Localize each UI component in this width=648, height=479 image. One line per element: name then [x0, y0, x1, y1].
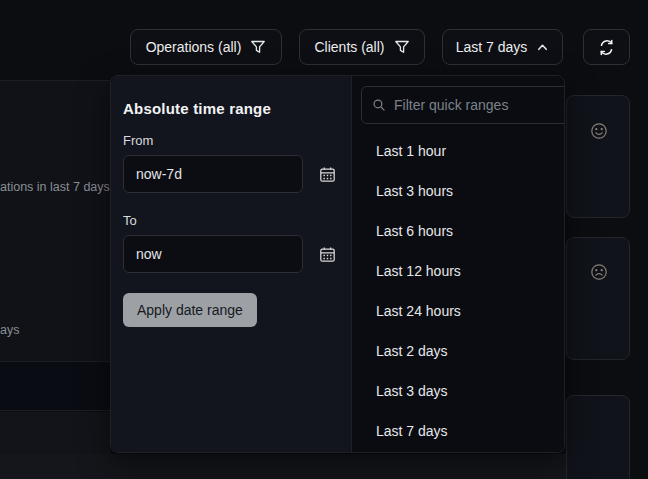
clients-filter-button[interactable]: Clients (all) — [299, 29, 425, 65]
time-range-label: Last 7 days — [456, 39, 528, 55]
background-divider — [0, 80, 110, 81]
calendar-icon — [319, 166, 336, 183]
operations-filter-button[interactable]: Operations (all) — [130, 29, 282, 65]
calendar-icon — [319, 246, 336, 263]
quick-range-search[interactable] — [361, 86, 565, 124]
time-picker-dropdown: Absolute time range From — [110, 75, 565, 453]
background-bottom-row — [0, 454, 566, 479]
background-panel-left — [0, 81, 110, 361]
smiley-face-icon — [590, 122, 608, 140]
absolute-time-range-section: Absolute time range From — [111, 76, 351, 452]
apply-date-range-button[interactable]: Apply date range — [123, 293, 257, 327]
background-row-band — [0, 361, 110, 411]
to-input[interactable] — [123, 235, 303, 273]
quick-range-item[interactable]: Last 12 hours — [361, 251, 565, 291]
quick-range-item[interactable]: Last 24 hours — [361, 291, 565, 331]
background-card-bottom — [566, 395, 630, 479]
quick-range-list: Last 1 hour Last 3 hours Last 6 hours La… — [361, 131, 565, 451]
quick-ranges-section: Last 1 hour Last 3 hours Last 6 hours La… — [351, 76, 565, 452]
background-partial-text-top: ations in last 7 days — [0, 180, 110, 194]
from-label: From — [123, 133, 339, 148]
operations-filter-label: Operations (all) — [146, 39, 242, 55]
quick-range-filter-input[interactable] — [394, 97, 565, 113]
search-icon — [372, 98, 386, 112]
to-label: To — [123, 213, 339, 228]
quick-range-item[interactable]: Last 6 hours — [361, 211, 565, 251]
funnel-icon — [394, 39, 410, 55]
refresh-button[interactable] — [583, 29, 630, 65]
absolute-time-range-title: Absolute time range — [123, 100, 339, 117]
quick-range-item[interactable]: Last 7 days — [361, 411, 565, 451]
quick-range-item[interactable]: Last 2 days — [361, 331, 565, 371]
to-calendar-button[interactable] — [315, 242, 339, 266]
background-partial-text-bottom: ays — [0, 323, 19, 337]
chevron-up-icon — [536, 41, 549, 54]
refresh-icon — [598, 39, 615, 56]
background-card-happy — [566, 95, 630, 218]
time-range-button[interactable]: Last 7 days — [442, 29, 563, 65]
background-card-sad — [566, 237, 630, 360]
from-input[interactable] — [123, 155, 303, 193]
quick-range-item[interactable]: Last 1 hour — [361, 131, 565, 171]
quick-range-item[interactable]: Last 3 days — [361, 371, 565, 411]
frown-face-icon — [590, 263, 608, 281]
from-calendar-button[interactable] — [315, 162, 339, 186]
quick-range-item[interactable]: Last 3 hours — [361, 171, 565, 211]
funnel-icon — [250, 39, 266, 55]
clients-filter-label: Clients (all) — [314, 39, 384, 55]
